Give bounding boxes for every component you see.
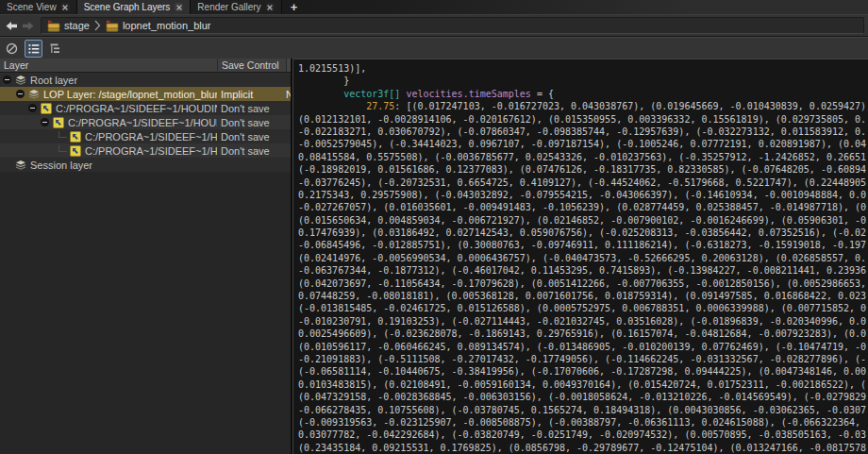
tree-guide-line bbox=[58, 131, 67, 139]
code-line: -0.027267057), (0.016035601, -0.00949148… bbox=[298, 201, 868, 213]
code-line: 0.0025496609), (-0.023628078, -0.1869143… bbox=[298, 328, 868, 340]
chevron-right-icon bbox=[94, 20, 101, 31]
layer-name: C:/PROGRA~1/SIDEEF~1/HO... bbox=[85, 131, 217, 143]
prohibit-icon bbox=[6, 42, 18, 55]
layer-tree-empty-area bbox=[0, 172, 291, 454]
layer-name: C:/PROGRA~1/SIDEEF~1/HOUDIN~1.... bbox=[56, 103, 217, 114]
code-line: 0.2175343, 0.29575908), (-0.043032892, -… bbox=[298, 189, 868, 201]
code-line: (-0.06581114, -0.10440675, -0.38419956),… bbox=[298, 365, 868, 378]
main-split: Layer Save Control Root layer LOP Layer:… bbox=[0, 59, 868, 454]
code-line: -0.06845496, -0.012885751), (0.30080763,… bbox=[298, 239, 868, 251]
layer-row-sublayer-1[interactable]: C:/PROGRA~1/SIDEEF~1/HOUDIN~1.... Don't … bbox=[0, 101, 291, 115]
lop-node-icon bbox=[106, 20, 119, 32]
code-line: -0.03776245), (-0.20732531, 0.6654725, 0… bbox=[298, 177, 868, 189]
layer-name: Session layer bbox=[30, 160, 92, 171]
layer-stack-icon bbox=[15, 75, 26, 86]
layer-row-sublayer-4[interactable]: C:/PROGRA~1/SIDEEF~1/HO... Don't save bbox=[0, 143, 291, 158]
flat-list-view-button[interactable] bbox=[25, 40, 42, 58]
tree-view-icon bbox=[49, 42, 61, 55]
column-header-stub bbox=[286, 59, 291, 72]
code-line: 0.17476939), (0.03186492, 0.027142543, 0… bbox=[298, 227, 868, 239]
layer-cell: C:/PROGRA~1/SIDEEF~1/HOUDIN... bbox=[0, 117, 217, 128]
save-control-value: Don't save bbox=[217, 131, 286, 143]
layers-toolbar bbox=[0, 37, 868, 59]
breadcrumb-item-lopnet[interactable]: lopnet_motion_blur bbox=[106, 20, 211, 32]
save-control-value: Don't save bbox=[217, 145, 286, 157]
code-line: (-0.013815485, -0.02461725, 0.015126588)… bbox=[298, 302, 868, 314]
code-separator: : bbox=[394, 101, 406, 111]
layer-cell: C:/PROGRA~1/SIDEEF~1/HO... bbox=[0, 131, 217, 143]
layer-row-sublayer-3[interactable]: C:/PROGRA~1/SIDEEF~1/HO... Don't save bbox=[0, 129, 291, 143]
token-frame-key: 27.75 bbox=[366, 101, 394, 111]
code-line: (0.23435184, 0.09215531, 0.1769825), (0.… bbox=[298, 442, 868, 454]
code-line: (0.015650634, 0.004859034, -0.006721927)… bbox=[298, 214, 868, 227]
sublayer-file-icon bbox=[41, 103, 52, 114]
layer-row-session[interactable]: Session layer bbox=[0, 158, 291, 172]
path-bar: stage lopnet_motion_blur bbox=[0, 14, 868, 37]
tab-scene-view[interactable]: Scene View bbox=[0, 0, 77, 14]
code-line: -0.066278435, 0.10755608), (-0.03780745,… bbox=[298, 404, 868, 416]
code-line: -0.022183271, 0.030670792), (-0.07860347… bbox=[298, 126, 868, 138]
pane-tab-bar: Scene View Scene Graph Layers Render Gal… bbox=[0, 0, 868, 14]
code-line: 0.07448259, -0.08018181), (0.005368128, … bbox=[298, 290, 868, 302]
layer-row-root[interactable]: Root layer bbox=[0, 73, 291, 87]
token-attribute-name: velocities.timeSamples bbox=[406, 89, 530, 99]
sublayer-file-icon bbox=[70, 131, 81, 143]
tab-label: Scene Graph Layers bbox=[84, 2, 171, 12]
code-tail: = { bbox=[531, 89, 554, 99]
breadcrumb-item-stage[interactable]: stage bbox=[47, 20, 90, 32]
extra-cell: N bbox=[286, 89, 291, 100]
close-icon[interactable] bbox=[175, 3, 183, 11]
new-tab-button[interactable]: + bbox=[282, 0, 307, 14]
column-header-layer[interactable]: Layer bbox=[0, 59, 217, 71]
back-button[interactable] bbox=[4, 18, 20, 33]
code-wrapped-lines: (0.012132101, -0.0028914106, -0.02016761… bbox=[298, 113, 868, 454]
layer-row-sublayer-2[interactable]: C:/PROGRA~1/SIDEEF~1/HOUDIN... Don't sav… bbox=[0, 115, 291, 129]
code-line: -0.0052579045), (-0.34414023, 0.0967107,… bbox=[298, 138, 868, 150]
save-control-value: Don't save bbox=[217, 117, 286, 128]
breadcrumb: stage lopnet_motion_blur bbox=[41, 17, 864, 34]
mute-layer-button[interactable] bbox=[3, 40, 21, 58]
breadcrumb-label: stage bbox=[64, 20, 90, 31]
code-line: 0.08415584, 0.5575508), (-0.0036785677, … bbox=[298, 151, 868, 163]
code-line: 0.03077782, -0.042292684), (-0.03820749,… bbox=[298, 429, 868, 441]
code-line: (0.047329158, -0.0028368845, -0.00630315… bbox=[298, 391, 868, 403]
collapse-icon[interactable] bbox=[3, 76, 11, 84]
forward-button[interactable] bbox=[20, 18, 36, 33]
code-indent bbox=[298, 101, 366, 111]
layer-stack-icon bbox=[15, 160, 26, 171]
layer-name: LOP Layer: /stage/lopnet_motion_blur/... bbox=[43, 89, 217, 100]
layer-name: C:/PROGRA~1/SIDEEF~1/HOUDIN... bbox=[68, 117, 217, 128]
code-line: (0.012132101, -0.0028914106, -0.02016761… bbox=[298, 113, 868, 126]
close-icon[interactable] bbox=[266, 3, 275, 11]
tab-render-gallery[interactable]: Render Gallery bbox=[191, 0, 281, 14]
layer-name: Root layer bbox=[30, 75, 77, 86]
column-header-save-control[interactable]: Save Control bbox=[217, 59, 286, 71]
usd-layer-text-panel[interactable]: 1.0215513)], } vector3f[] velocities.tim… bbox=[292, 59, 868, 454]
code-line: (-0.009319563, -0.023125907, -0.00850887… bbox=[298, 416, 868, 429]
collapse-icon[interactable] bbox=[16, 90, 25, 98]
code-line: (0.02414976, -0.0056990534, 0.0006436757… bbox=[298, 252, 868, 264]
layer-cell: C:/PROGRA~1/SIDEEF~1/HO... bbox=[0, 145, 217, 157]
tab-scene-graph-layers[interactable]: Scene Graph Layers bbox=[77, 0, 192, 14]
layer-cell: Session layer bbox=[0, 160, 217, 171]
code-line: 1.0215513)], bbox=[298, 62, 868, 75]
layer-cell: LOP Layer: /stage/lopnet_motion_blur/... bbox=[0, 89, 217, 100]
code-line-timesample: 27.75: [(0.017247103, -0.016727023, 0.04… bbox=[298, 100, 868, 112]
lop-node-icon bbox=[47, 20, 60, 32]
sublayer-file-icon bbox=[53, 117, 64, 128]
tab-label: Scene View bbox=[7, 2, 57, 12]
code-indent bbox=[298, 89, 343, 99]
tree-guide-line bbox=[58, 145, 67, 153]
code-line: (-0.18982019, 0.01561686, 0.12377083), (… bbox=[298, 163, 868, 176]
collapse-icon[interactable] bbox=[41, 118, 49, 126]
code-line: (0.042073697, -0.11056434, -0.17079628),… bbox=[298, 277, 868, 290]
layer-row-lop-layer[interactable]: LOP Layer: /stage/lopnet_motion_blur/...… bbox=[0, 87, 291, 101]
layer-cell: Root layer bbox=[0, 75, 217, 86]
save-control-value: Don't save bbox=[217, 103, 286, 114]
layer-cell: C:/PROGRA~1/SIDEEF~1/HOUDIN~1.... bbox=[0, 103, 217, 114]
collapse-icon[interactable] bbox=[28, 104, 37, 112]
code-line: (0.010596117, -0.060466245, 0.089134574)… bbox=[298, 341, 868, 353]
close-icon[interactable] bbox=[61, 3, 70, 11]
tree-view-button[interactable] bbox=[46, 40, 64, 58]
